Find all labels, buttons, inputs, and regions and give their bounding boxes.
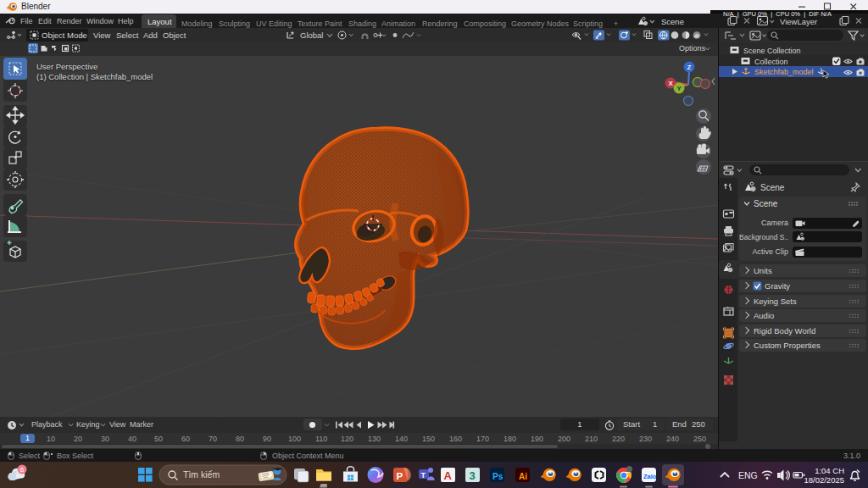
svg-text:X: X <box>669 80 674 87</box>
svg-text:3: 3 <box>470 469 476 482</box>
svg-text:Z: Z <box>687 64 692 71</box>
svg-text:Ps: Ps <box>492 472 504 481</box>
svg-text:Ai: Ai <box>519 472 527 481</box>
svg-text:ENG: ENG <box>738 470 758 480</box>
svg-text:Y: Y <box>677 85 682 92</box>
svg-text:18/02/2025: 18/02/2025 <box>804 475 844 485</box>
svg-text:1:04 CH: 1:04 CH <box>815 466 844 475</box>
svg-text:A: A <box>444 469 453 482</box>
svg-text:6: 6 <box>20 466 25 474</box>
svg-text:P: P <box>397 471 403 481</box>
svg-text:T: T <box>421 471 426 480</box>
svg-text:Zalo: Zalo <box>643 473 657 480</box>
svg-text:Tìm kiếm: Tìm kiếm <box>183 469 220 480</box>
